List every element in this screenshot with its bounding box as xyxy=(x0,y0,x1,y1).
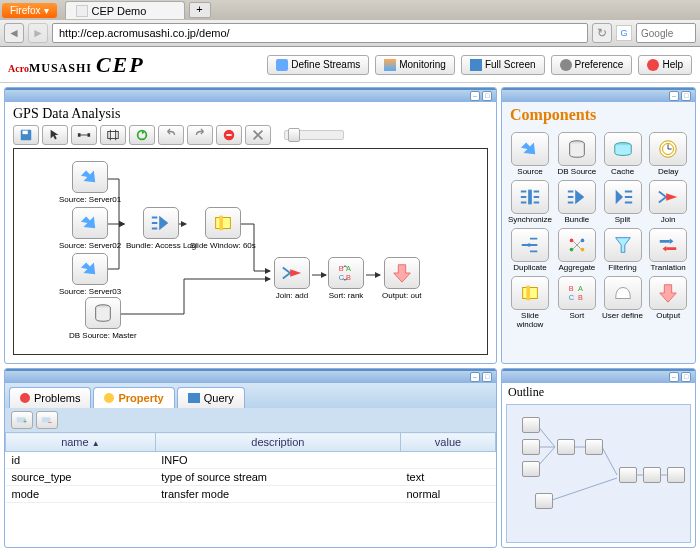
svg-text:B: B xyxy=(578,293,583,302)
component-filtering[interactable]: Filtering xyxy=(602,228,644,272)
svg-point-28 xyxy=(581,239,585,243)
table-row[interactable]: idINFO xyxy=(6,452,496,469)
node-source3[interactable]: Source: Server03 xyxy=(59,253,121,296)
svg-text:–: – xyxy=(48,419,52,426)
table-row[interactable]: modetransfer modenormal xyxy=(6,486,496,503)
col-name[interactable]: name ▲ xyxy=(6,433,156,452)
maximize-button[interactable]: □ xyxy=(681,91,691,101)
maximize-button[interactable]: □ xyxy=(482,372,492,382)
svg-rect-4 xyxy=(88,133,91,137)
svg-point-25 xyxy=(527,243,531,247)
app-logo: AcroMUSASHICEP xyxy=(8,52,145,78)
maximize-button[interactable]: □ xyxy=(482,91,492,101)
new-tab-button[interactable]: + xyxy=(189,2,211,18)
refresh-button[interactable] xyxy=(129,125,155,145)
fit-button[interactable] xyxy=(100,125,126,145)
component-duplicate[interactable]: Duplicate xyxy=(508,228,552,272)
node-output[interactable]: Output: out xyxy=(382,257,422,300)
component-cache[interactable]: Cache xyxy=(602,132,644,176)
component-user-define[interactable]: User define xyxy=(602,276,644,329)
query-icon xyxy=(188,393,200,403)
table-row[interactable]: source_typetype of source streamtext xyxy=(6,469,496,486)
cursor-button[interactable] xyxy=(42,125,68,145)
node-source1[interactable]: Source: Server01 xyxy=(59,161,121,204)
component-delay[interactable]: Delay xyxy=(647,132,689,176)
minimize-button[interactable]: – xyxy=(470,91,480,101)
component-sort[interactable]: BACBSort xyxy=(556,276,598,329)
delete-row-button[interactable]: – xyxy=(36,411,58,429)
outline-minimap[interactable] xyxy=(506,404,691,543)
zoom-slider[interactable] xyxy=(284,130,344,140)
col-value[interactable]: value xyxy=(400,433,495,452)
node-slidewindow[interactable]: Slide Window: 60s xyxy=(190,207,256,250)
component-split[interactable]: Split xyxy=(602,180,644,224)
chart-icon xyxy=(384,59,396,71)
minimize-button[interactable]: – xyxy=(669,372,679,382)
define-streams-button[interactable]: Define Streams xyxy=(267,55,369,75)
stop-button[interactable] xyxy=(216,125,242,145)
error-icon xyxy=(20,393,30,403)
firefox-menu-button[interactable]: Firefox ▾ xyxy=(2,3,57,18)
redo-button[interactable] xyxy=(187,125,213,145)
canvas-area[interactable]: Source: Server01 Source: Server02 Source… xyxy=(13,148,488,355)
svg-rect-3 xyxy=(78,133,81,137)
browser-tab[interactable]: CEP Demo xyxy=(65,1,185,19)
component-synchronize[interactable]: Synchronize xyxy=(508,180,552,224)
canvas-toolbar xyxy=(5,122,496,148)
address-bar: ◄ ► ↻ G xyxy=(0,20,700,47)
col-description[interactable]: description xyxy=(155,433,400,452)
url-input[interactable] xyxy=(52,23,588,43)
component-aggregate[interactable]: Aggregate xyxy=(556,228,598,272)
maximize-button[interactable]: □ xyxy=(681,372,691,382)
svg-text:B: B xyxy=(339,264,344,273)
app-header: AcroMUSASHICEP Define Streams Monitoring… xyxy=(0,47,700,83)
gear-icon xyxy=(560,59,572,71)
node-dbsource[interactable]: DB Source: Master xyxy=(69,297,137,340)
component-db-source[interactable]: DB Source xyxy=(556,132,598,176)
preference-button[interactable]: Preference xyxy=(551,55,633,75)
component-output[interactable]: Output xyxy=(647,276,689,329)
components-title: Components xyxy=(502,102,695,128)
svg-text:+: + xyxy=(23,419,27,426)
node-bundle[interactable]: Bundle: Access Log xyxy=(126,207,196,250)
undo-button[interactable] xyxy=(158,125,184,145)
canvas-panel: – □ GPS Data Analysis xyxy=(4,87,497,364)
node-source2[interactable]: Source: Server02 xyxy=(59,207,121,250)
minimize-button[interactable]: – xyxy=(470,372,480,382)
component-join[interactable]: Join xyxy=(647,180,689,224)
tab-problems[interactable]: Problems xyxy=(9,387,91,408)
component-tranlation[interactable]: Tranlation xyxy=(647,228,689,272)
svg-rect-10 xyxy=(226,134,231,136)
help-icon xyxy=(647,59,659,71)
component-slide-window[interactable]: Slide window xyxy=(508,276,552,329)
component-source[interactable]: Source xyxy=(508,132,552,176)
node-join[interactable]: Join: add xyxy=(274,257,310,300)
property-icon xyxy=(104,393,114,403)
save-button[interactable] xyxy=(13,125,39,145)
page-icon xyxy=(76,5,88,17)
add-row-button[interactable]: + xyxy=(11,411,33,429)
fullscreen-button[interactable]: Full Screen xyxy=(461,55,545,75)
sort-asc-icon: ▲ xyxy=(92,439,100,448)
back-button[interactable]: ◄ xyxy=(4,23,24,43)
search-input[interactable] xyxy=(636,23,696,43)
tab-property[interactable]: Property xyxy=(93,387,174,408)
svg-rect-5 xyxy=(108,132,119,139)
component-bundle[interactable]: Bundle xyxy=(556,180,598,224)
svg-point-26 xyxy=(570,239,574,243)
minimize-button[interactable]: – xyxy=(669,91,679,101)
delete-button[interactable] xyxy=(245,125,271,145)
svg-text:B: B xyxy=(569,284,574,293)
monitoring-button[interactable]: Monitoring xyxy=(375,55,455,75)
connect-button[interactable] xyxy=(71,125,97,145)
reload-button[interactable]: ↻ xyxy=(592,23,612,43)
property-panel: – □ Problems Property Query + – name ▲ d… xyxy=(4,368,497,548)
help-button[interactable]: Help xyxy=(638,55,692,75)
browser-top-bar: Firefox ▾ CEP Demo + xyxy=(0,0,700,20)
node-sort[interactable]: BACBSort: rank xyxy=(328,257,364,300)
google-icon: G xyxy=(616,25,632,41)
flag-icon xyxy=(276,59,288,71)
components-panel: – □ Components SourceDB SourceCacheDelay… xyxy=(501,87,696,364)
forward-button[interactable]: ► xyxy=(28,23,48,43)
tab-query[interactable]: Query xyxy=(177,387,245,408)
